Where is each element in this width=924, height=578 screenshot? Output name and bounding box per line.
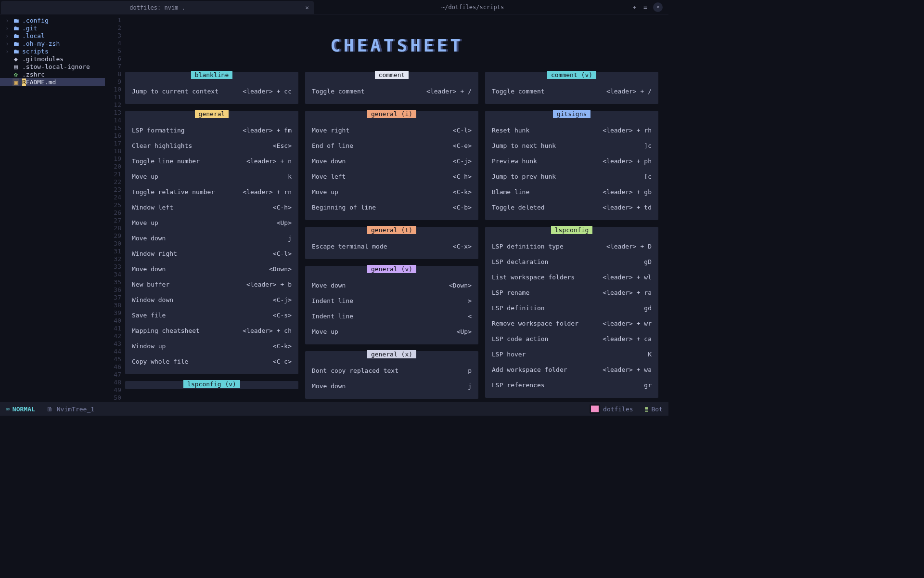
tree-item-label: .git	[22, 25, 37, 32]
mapping-row: Window down<C-j>	[132, 292, 292, 308]
window-controls: ＋ ≡ ×	[631, 0, 668, 14]
tree-item[interactable]: ✿.zshrc	[0, 70, 105, 78]
mapping-key: <leader> + cc	[243, 84, 292, 99]
hamburger-icon[interactable]: ≡	[643, 3, 647, 11]
mapping-label: Window left	[132, 200, 173, 215]
mapping-row: Jump to prev hunk[c	[492, 169, 652, 184]
mapping-label: Clear highlights	[132, 138, 192, 154]
new-tab-icon[interactable]: ＋	[631, 3, 638, 12]
mapping-label: Save file	[132, 308, 166, 323]
section-title-chip: general (x)	[367, 350, 416, 358]
mapping-row: LSP declarationgD	[492, 254, 652, 270]
mapping-label: Indent line	[312, 293, 353, 309]
mapping-label: Move up	[312, 184, 338, 200]
mapping-key: k	[288, 169, 292, 184]
mapping-label: Dont copy replaced text	[312, 363, 398, 379]
tab-title: dotfiles: nvim .	[1, 4, 314, 11]
mapping-row: Window left<C-h>	[132, 200, 292, 215]
tree-item[interactable]: ▤.stow-local-ignore	[0, 63, 105, 70]
folder-icon: 🖿	[13, 48, 19, 55]
mapping-key: <leader> + td	[603, 200, 652, 215]
title-bar: dotfiles: nvim . × ~/dotfiles/scripts ＋ …	[0, 0, 668, 14]
mapping-row: End of line<C-e>	[312, 138, 472, 154]
cheatsheet-column: commentToggle comment<leader> + /general…	[305, 72, 478, 401]
tree-item-label: .stow-local-ignore	[22, 63, 90, 70]
cheatsheet-banner: CHEATSHEET	[125, 36, 668, 55]
section-title-chip: comment (v)	[547, 71, 596, 79]
tree-item[interactable]: ›🖿.git	[0, 24, 105, 32]
mapping-key: <leader> + wa	[603, 362, 652, 378]
mapping-label: End of line	[312, 138, 353, 154]
section-title-chip: gitsigns	[553, 110, 591, 118]
tree-item[interactable]: ›🖿scripts	[0, 47, 105, 55]
mapping-label: Move down	[312, 278, 346, 293]
mapping-row: Move downj	[312, 379, 472, 394]
mapping-key: j	[288, 231, 292, 246]
mapping-label: Copy whole file	[132, 354, 188, 369]
mapping-label: LSP hover	[492, 347, 526, 362]
tree-item[interactable]: ›🖿.oh-my-zsh	[0, 39, 105, 47]
mapping-key: <C-l>	[453, 123, 472, 138]
mapping-row: Move down<C-j>	[312, 154, 472, 169]
mapping-key: <C-j>	[273, 292, 292, 308]
tree-item[interactable]: ▣README.md	[0, 78, 105, 86]
git-segment: dotfiles	[584, 402, 639, 416]
mapping-row: Move left<C-h>	[312, 169, 472, 184]
filename-segment: 🗎 NvimTree_1	[41, 402, 100, 416]
cheatsheet-section: general (x)Dont copy replaced textpMove …	[305, 351, 478, 399]
chevron-right-icon: ›	[5, 48, 10, 55]
file-icon: 🗎	[47, 406, 53, 413]
mapping-label: New buffer	[132, 277, 169, 292]
mapping-key: <Esc>	[273, 138, 292, 154]
tree-item[interactable]: ›🖿.config	[0, 16, 105, 24]
mapping-row: Move up<Up>	[132, 215, 292, 231]
mapping-label: Move down	[132, 231, 166, 246]
mapping-label: LSP code action	[492, 331, 548, 347]
mapping-key: <Down>	[269, 262, 292, 277]
section-title-chip: blankline	[191, 71, 232, 79]
mapping-label: List workspace folders	[492, 270, 575, 285]
tree-item[interactable]: ◆.gitmodules	[0, 55, 105, 63]
mapping-label: Toggle line number	[132, 154, 200, 169]
mapping-label: Toggle comment	[492, 84, 545, 99]
mapping-label: Toggle deleted	[492, 200, 545, 215]
mapping-label: Beginning of line	[312, 200, 376, 215]
tree-item[interactable]: ›🖿.local	[0, 32, 105, 39]
chevron-right-icon: ›	[5, 25, 10, 32]
mapping-key: <leader> + wl	[603, 270, 652, 285]
mapping-row: Window right<C-l>	[132, 246, 292, 262]
mapping-key: <C-c>	[273, 354, 292, 369]
filename-label: NvimTree_1	[57, 406, 94, 413]
tree-item-label: .config	[22, 17, 49, 24]
mapping-row: Save file<C-s>	[132, 308, 292, 323]
section-title-chip: general (i)	[367, 110, 416, 118]
mapping-row: Escape terminal mode<C-x>	[312, 239, 472, 254]
mapping-label: Indent line	[312, 309, 353, 324]
cheatsheet-section: lspconfig (v)	[125, 381, 298, 389]
mapping-label: Jump to prev hunk	[492, 169, 556, 184]
section-title-chip: lspconfig	[551, 226, 592, 234]
mapping-label: Window right	[132, 246, 177, 262]
editor-content: CHEATSHEET blanklineJump to current cont…	[125, 14, 668, 401]
scroll-pos-label: Bot	[652, 406, 663, 413]
tab-close-icon[interactable]: ×	[305, 4, 309, 11]
mapping-row: Toggle deleted<leader> + td	[492, 200, 652, 215]
mapping-row: Indent line>	[312, 293, 472, 309]
mapping-key: <C-b>	[453, 200, 472, 215]
cheatsheet-section: general (i)Move right<C-l>End of line<C-…	[305, 111, 478, 220]
section-title-chip: lspconfig (v)	[183, 380, 240, 388]
mapping-key: <C-k>	[453, 184, 472, 200]
mapping-row: LSP hoverK	[492, 347, 652, 362]
mapping-key: <leader> + fm	[243, 123, 292, 138]
window-close-icon[interactable]: ×	[653, 2, 663, 12]
cheatsheet-section: generalLSP formatting<leader> + fmClear …	[125, 111, 298, 374]
mapping-label: Remove workspace folder	[492, 316, 578, 331]
mapping-label: LSP declaration	[492, 254, 548, 270]
mapping-row: Add workspace folder<leader> + wa	[492, 362, 652, 378]
window-tab[interactable]: dotfiles: nvim . ×	[1, 1, 314, 14]
tree-item-label: .gitmodules	[22, 55, 64, 63]
file-tree[interactable]: ›🖿.config›🖿.git›🖿.local›🖿.oh-my-zsh›🖿scr…	[0, 14, 105, 401]
mapping-key: j	[468, 379, 472, 394]
mapping-row: Beginning of line<C-b>	[312, 200, 472, 215]
mapping-key: <C-h>	[453, 169, 472, 184]
